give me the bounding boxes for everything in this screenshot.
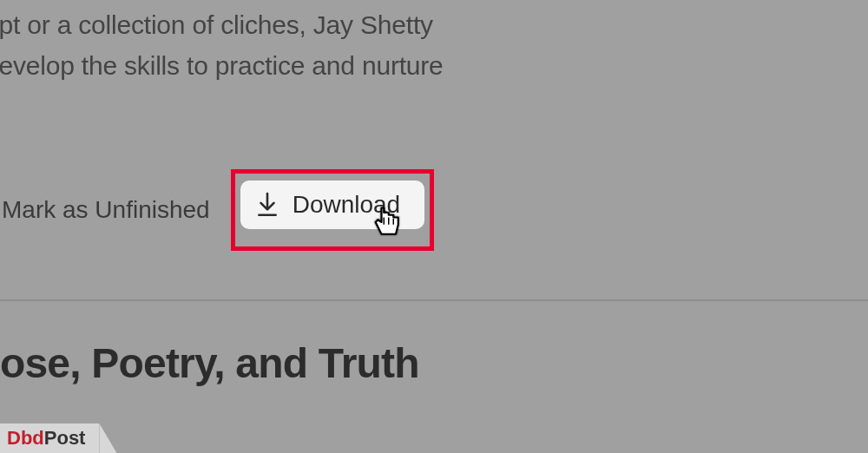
download-icon — [256, 192, 279, 218]
download-button[interactable]: Download — [240, 181, 425, 229]
mark-unfinished-label: Mark as Unfinished — [2, 196, 210, 224]
watermark-part-2: Post — [44, 427, 86, 449]
actions-row: Mark as Unfinished Download — [0, 169, 868, 251]
chapter-title: rose, Poetry, and Truth — [0, 339, 868, 387]
mark-unfinished-button[interactable]: Mark as Unfinished — [0, 196, 210, 224]
watermark-part-1: Dbd — [7, 427, 44, 449]
description-line-1: ept or a collection of cliches, Jay Shet… — [0, 10, 433, 39]
download-highlight-box: Download — [231, 169, 435, 251]
watermark: DbdPost — [0, 423, 99, 453]
section-divider — [0, 299, 868, 301]
description-line-2: develop the skills to practice and nurtu… — [0, 51, 444, 80]
cursor-hand-icon — [367, 203, 405, 241]
book-description: ept or a collection of cliches, Jay Shet… — [0, 5, 868, 86]
